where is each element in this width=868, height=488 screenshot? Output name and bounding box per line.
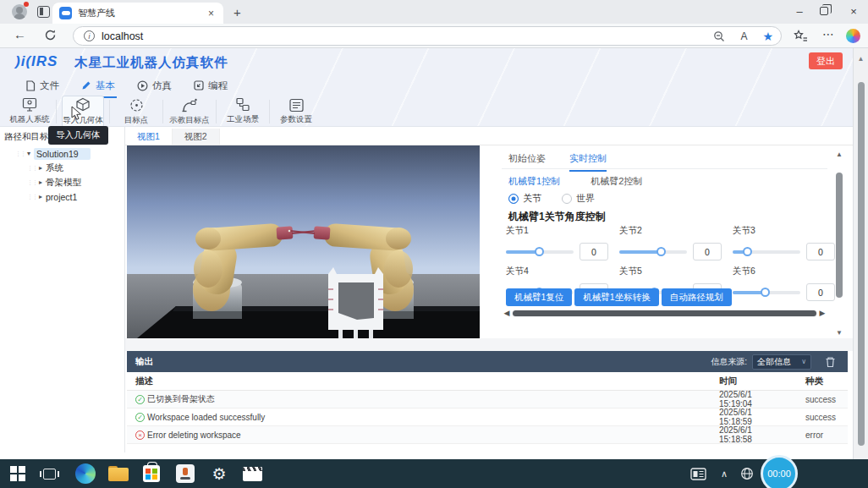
panel-scroll-thumb[interactable] [836, 173, 843, 298]
tool-teach-target[interactable]: 示教目标点 [168, 97, 211, 126]
output-title: 输出 [135, 356, 153, 368]
horizontal-scroll-thumb[interactable] [513, 310, 816, 316]
refresh-button[interactable] [44, 29, 57, 41]
panel-gap [125, 338, 854, 351]
collections-icon[interactable] [794, 30, 808, 42]
site-info-icon[interactable]: i [84, 30, 95, 41]
tooltip: 导入几何体 [48, 126, 108, 145]
browser-tab[interactable]: 智慧产线 × [52, 3, 223, 24]
tree-item-skeleton-model[interactable]: ⋮⋮ ▸ 骨架模型 [0, 175, 124, 189]
file-explorer-icon [108, 466, 129, 481]
joint-2-control: 关节2 [619, 225, 722, 260]
drag-handle-icon[interactable]: ⋮⋮ [27, 165, 36, 172]
tab-arm2-control[interactable]: 机械臂2控制 [591, 175, 642, 188]
copilot-icon[interactable] [846, 29, 860, 43]
log-row[interactable]: ✓已切换到骨架状态 2025/6/1 15:19:04 success [127, 391, 848, 408]
menu-item-programming[interactable]: 编程 [194, 76, 228, 95]
joint-2-input[interactable] [693, 243, 722, 260]
taskbar-edge[interactable] [73, 459, 98, 488]
read-aloud-icon[interactable]: A [740, 30, 747, 42]
joint-6-slider[interactable] [733, 291, 800, 294]
tab-view2[interactable]: 视图2 [173, 129, 220, 145]
new-tab-button[interactable]: + [233, 5, 241, 19]
url-field[interactable]: i localhost A ★ [73, 26, 782, 46]
horizontal-scrollbar[interactable]: ◀ ▶ [502, 308, 827, 318]
task-view-button[interactable] [37, 459, 61, 488]
pen-icon [81, 80, 91, 90]
joint-1-input[interactable] [580, 243, 608, 260]
clear-log-button[interactable] [825, 356, 836, 368]
caret-right-icon[interactable]: ▸ [36, 164, 46, 172]
tree-item-solution[interactable]: ⋮⋮ ▾ Solution19 [0, 146, 124, 161]
drag-handle-icon[interactable]: ⋮⋮ [27, 179, 36, 186]
panel-vertical-scrollbar[interactable]: ▲ ▼ [834, 151, 844, 337]
taskbar-video-tool[interactable] [239, 459, 265, 488]
tool-target-point[interactable]: 目标点 [115, 97, 157, 126]
auto-path-planning-button[interactable]: 自动路径规划 [662, 288, 732, 306]
joint-3-slider[interactable] [733, 250, 800, 254]
menu-item-simulation[interactable]: 仿真 [137, 76, 172, 95]
widgets-icon [690, 468, 706, 480]
log-row[interactable]: ✓Workspace loaded successfully 2025/6/1 … [127, 408, 848, 426]
page-scrollbar[interactable]: ▲ [853, 48, 868, 459]
arm1-reset-button[interactable]: 机械臂1复位 [506, 288, 572, 306]
scroll-left-icon[interactable]: ◀ [502, 309, 512, 317]
taskbar-java-app[interactable] [173, 459, 198, 488]
taskbar-explorer[interactable] [106, 459, 131, 488]
app-header: )i(IRS 木星工业机器人仿真软件 登出 文件 基本 仿真 编程 [0, 48, 854, 127]
scroll-right-icon[interactable]: ▶ [817, 309, 827, 317]
caret-down-icon[interactable]: ▾ [24, 150, 34, 157]
tray-network-button[interactable] [738, 459, 756, 488]
joint-6-input[interactable] [806, 283, 835, 301]
radio-joint[interactable]: 关节 [508, 192, 541, 205]
taskbar-store[interactable] [139, 459, 164, 488]
microsoft-store-icon [143, 465, 160, 482]
tool-robot-system[interactable]: 机器人系统 [8, 97, 51, 125]
joint-3-input[interactable] [806, 243, 835, 260]
window-minimize-button[interactable]: – [783, 0, 816, 23]
tab-close-icon[interactable]: × [206, 8, 217, 19]
tray-chevron-up[interactable]: ∧ [716, 459, 733, 488]
scroll-down-icon[interactable]: ▼ [834, 329, 844, 337]
source-select[interactable]: 全部信息 ∨ [752, 354, 811, 370]
browser-menu-icon[interactable]: ⋯ [822, 27, 835, 41]
tab-view1[interactable]: 视图1 [125, 129, 173, 145]
logout-button[interactable]: 登出 [809, 52, 843, 69]
menu-item-file[interactable]: 文件 [25, 76, 59, 95]
page-scroll-thumb[interactable] [858, 82, 865, 446]
joint-1-slider[interactable] [506, 250, 574, 254]
scroll-up-icon[interactable]: ▲ [834, 151, 844, 158]
joint-1-control: 关节1 [506, 225, 608, 260]
caret-right-icon[interactable]: ▸ [36, 193, 46, 200]
tool-import-geometry[interactable]: 导入几何体 [62, 96, 104, 128]
coordinate-mode-radios: 关节 世界 [508, 192, 595, 205]
tree-item-project1[interactable]: ⋮⋮ ▸ project1 [0, 189, 124, 204]
arm1-coordinate-convert-button[interactable]: 机械臂1坐标转换 [574, 288, 658, 306]
tab-arm1-control[interactable]: 机械臂1控制 [508, 175, 560, 188]
radio-world[interactable]: 世界 [562, 192, 595, 205]
start-button[interactable] [7, 459, 29, 488]
tool-parameter-settings[interactable]: 参数设置 [275, 98, 317, 125]
3d-viewport[interactable] [127, 145, 480, 338]
joint-2-slider[interactable] [619, 250, 687, 254]
window-close-button[interactable]: × [838, 0, 868, 23]
zoom-out-icon[interactable] [713, 30, 725, 42]
toolbar-separator [162, 100, 163, 123]
target-icon [129, 97, 145, 113]
window-restore-button[interactable] [820, 7, 828, 15]
tree-item-system[interactable]: ⋮⋮ ▸ 系统 [0, 161, 124, 175]
log-row[interactable]: ×Error deleting workspace 2025/6/1 15:18… [127, 426, 848, 444]
drag-handle-icon[interactable]: ⋮⋮ [15, 151, 24, 157]
taskbar-settings[interactable]: ⚙ [206, 459, 232, 488]
favorite-star-icon[interactable]: ★ [762, 30, 773, 43]
scroll-up-icon[interactable]: ▲ [854, 55, 868, 63]
caret-right-icon[interactable]: ▸ [36, 178, 46, 186]
vertical-tabs-icon[interactable] [37, 6, 50, 18]
tool-industrial-scene[interactable]: 工业场景 [222, 97, 264, 125]
menu-item-basic[interactable]: 基本 [81, 76, 115, 95]
tray-widgets-button[interactable] [687, 459, 709, 488]
drag-handle-icon[interactable]: ⋮⋮ [27, 194, 36, 200]
recording-timer-overlay[interactable]: 00:00 [761, 455, 798, 488]
url-text[interactable]: localhost [102, 30, 706, 42]
back-button[interactable]: ← [14, 27, 26, 41]
